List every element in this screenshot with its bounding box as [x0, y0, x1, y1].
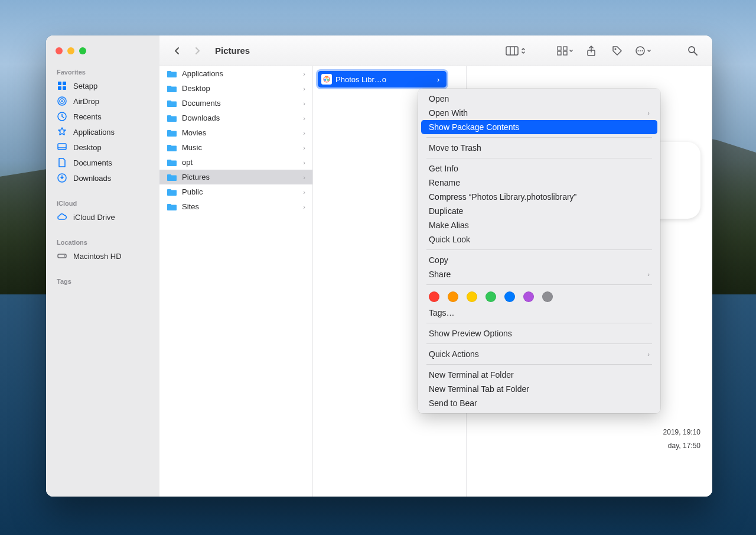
window-controls	[46, 43, 159, 63]
folder-downloads[interactable]: Downloads›	[159, 111, 312, 125]
airdrop-icon	[57, 96, 67, 106]
folder-label: Downloads	[182, 114, 220, 122]
more-button[interactable]	[633, 43, 653, 59]
svg-rect-0	[58, 82, 61, 85]
svg-point-18	[615, 48, 617, 50]
folder-desktop[interactable]: Desktop›	[159, 81, 312, 96]
folder-label: Applications	[182, 69, 223, 78]
chevron-right-icon: ›	[303, 85, 305, 92]
tag-orange[interactable]	[448, 291, 458, 302]
menu-duplicate[interactable]: Duplicate	[418, 204, 660, 218]
forward-button[interactable]	[189, 43, 206, 59]
desktop-icon	[57, 142, 67, 153]
menu-tags[interactable]: Tags…	[418, 306, 660, 320]
tag-green[interactable]	[485, 291, 496, 302]
menu-copy[interactable]: Copy	[418, 253, 660, 267]
menu-open-with[interactable]: Open With›	[418, 106, 660, 120]
chevron-right-icon: ›	[437, 75, 439, 84]
search-button[interactable]	[683, 43, 703, 59]
chevron-right-icon: ›	[647, 351, 650, 358]
menu-show-preview-options[interactable]: Show Preview Options	[418, 326, 660, 341]
sidebar: Favorites Setapp AirDrop Recents Applica…	[46, 35, 159, 497]
disk-icon	[57, 251, 67, 261]
window-title: Pictures	[215, 46, 250, 56]
sidebar-item-documents[interactable]: Documents	[46, 155, 159, 170]
menu-open[interactable]: Open	[418, 92, 660, 106]
chevron-right-icon: ›	[303, 70, 305, 77]
menu-new-terminal-tab[interactable]: New Terminal Tab at Folder	[418, 382, 660, 396]
svg-rect-8	[58, 144, 66, 150]
tag-yellow[interactable]	[467, 291, 477, 302]
sidebar-item-label: AirDrop	[73, 97, 99, 106]
folder-label: opt	[182, 158, 193, 167]
close-button[interactable]	[56, 47, 63, 54]
sidebar-item-label: Setapp	[73, 82, 97, 90]
sidebar-item-setapp[interactable]: Setapp	[46, 78, 159, 93]
sidebar-item-recents[interactable]: Recents	[46, 109, 159, 124]
sidebar-item-desktop[interactable]: Desktop	[46, 140, 159, 155]
folder-opt[interactable]: opt›	[159, 155, 312, 170]
tag-red[interactable]	[429, 291, 439, 302]
chevron-right-icon: ›	[647, 271, 650, 278]
menu-move-to-trash[interactable]: Move to Trash	[418, 141, 660, 155]
view-columns-button[interactable]	[506, 43, 526, 59]
sidebar-item-icloud-drive[interactable]: iCloud Drive	[46, 209, 159, 225]
menu-separator	[426, 364, 652, 365]
folder-applications[interactable]: Applications›	[159, 66, 312, 81]
folder-label: Desktop	[182, 84, 210, 93]
chevron-right-icon: ›	[303, 203, 305, 210]
preview-date-created: 2019, 19:10	[612, 426, 700, 439]
cloud-icon	[57, 212, 67, 222]
menu-show-package-contents[interactable]: Show Package Contents	[421, 120, 657, 134]
svg-rect-3	[63, 86, 66, 90]
svg-point-11	[64, 255, 65, 257]
share-button[interactable]	[581, 43, 601, 59]
folder-sites[interactable]: Sites›	[159, 199, 312, 214]
sidebar-section-locations: Locations	[46, 236, 159, 248]
sidebar-item-macintosh-hd[interactable]: Macintosh HD	[46, 248, 159, 264]
menu-separator	[426, 137, 652, 138]
group-button[interactable]	[555, 43, 575, 59]
sidebar-section-icloud: iCloud	[46, 197, 159, 209]
tag-button[interactable]	[607, 43, 627, 59]
folder-public[interactable]: Public›	[159, 184, 312, 199]
menu-quick-actions[interactable]: Quick Actions›	[418, 347, 660, 361]
folder-label: Sites	[182, 202, 199, 211]
svg-point-22	[642, 50, 643, 51]
folder-documents[interactable]: Documents›	[159, 96, 312, 111]
svg-point-21	[640, 50, 641, 51]
download-icon	[57, 173, 67, 183]
svg-point-25	[325, 76, 328, 79]
back-button[interactable]	[169, 43, 185, 59]
menu-send-to-bear[interactable]: Send to Bear	[418, 396, 660, 410]
minimize-button[interactable]	[67, 47, 74, 54]
sidebar-item-label: Applications	[73, 128, 115, 137]
menu-quick-look[interactable]: Quick Look	[418, 232, 660, 247]
folder-music[interactable]: Music›	[159, 140, 312, 155]
svg-point-26	[327, 79, 330, 81]
tag-purple[interactable]	[523, 291, 534, 302]
sidebar-item-label: iCloud Drive	[73, 213, 115, 222]
maximize-button[interactable]	[79, 47, 86, 54]
menu-rename[interactable]: Rename	[418, 176, 660, 190]
context-menu: Open Open With› Show Package Contents Mo…	[418, 89, 660, 413]
menu-new-terminal[interactable]: New Terminal at Folder	[418, 368, 660, 382]
tag-blue[interactable]	[504, 291, 515, 302]
menu-make-alias[interactable]: Make Alias	[418, 218, 660, 232]
folder-pictures[interactable]: Pictures›	[159, 170, 312, 184]
menu-get-info[interactable]: Get Info	[418, 161, 660, 176]
menu-separator	[426, 284, 652, 285]
svg-rect-12	[506, 47, 518, 55]
tag-gray[interactable]	[542, 291, 553, 302]
svg-rect-13	[558, 47, 561, 50]
folder-movies[interactable]: Movies›	[159, 125, 312, 140]
menu-compress[interactable]: Compress “Photos Library.photoslibrary”	[418, 190, 660, 204]
svg-point-20	[638, 50, 639, 51]
sidebar-item-downloads[interactable]: Downloads	[46, 170, 159, 186]
file-photos-library[interactable]: Photos Libr…o ›	[318, 71, 447, 87]
chevron-right-icon: ›	[303, 115, 305, 122]
sidebar-item-applications[interactable]: Applications	[46, 124, 159, 140]
sidebar-item-airdrop[interactable]: AirDrop	[46, 93, 159, 109]
menu-share[interactable]: Share›	[418, 267, 660, 281]
sidebar-item-label: Macintosh HD	[73, 252, 122, 261]
